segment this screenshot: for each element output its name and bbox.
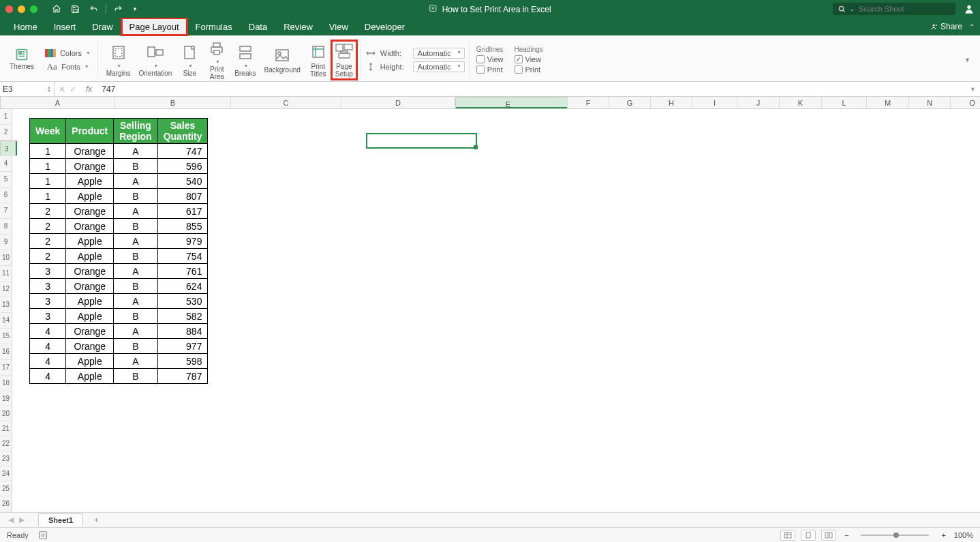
search-box[interactable]: ⌄ [833,3,955,15]
fx-button[interactable]: fx [80,85,97,94]
page-break-view-button[interactable] [821,530,836,541]
save-icon[interactable] [71,5,80,14]
redo-icon[interactable] [114,5,123,14]
row-header-3[interactable]: 3 [0,140,17,156]
row-header-5[interactable]: 5 [0,172,12,187]
qat-dropdown-icon[interactable]: ▼ [132,6,138,12]
row-header-11[interactable]: 11 [0,266,12,282]
table-cell[interactable]: 761 [157,264,208,279]
table-cell[interactable]: 596 [157,159,208,174]
table-row[interactable]: 3AppleB582 [30,309,208,324]
table-cell[interactable]: Orange [66,339,114,354]
table-cell[interactable]: 977 [157,339,208,354]
table-cell[interactable]: 747 [157,144,208,159]
table-cell[interactable]: 884 [157,324,208,339]
table-row[interactable]: 2AppleB754 [30,249,208,264]
margins-button[interactable]: ▼ Margins [102,42,135,78]
table-cell[interactable]: A [114,204,157,219]
width-select[interactable]: Automatic ▼ [413,48,465,59]
table-row[interactable]: 3OrangeB624 [30,279,208,294]
table-cell[interactable]: Apple [66,234,114,249]
table-cell[interactable]: Orange [66,159,114,174]
row-header-8[interactable]: 8 [0,219,12,235]
table-cell[interactable]: 1 [30,159,66,174]
table-cell[interactable]: 1 [30,189,66,204]
name-box[interactable]: E3 ▲▼ [0,82,55,96]
column-header-B[interactable]: B [115,97,231,108]
row-header-10[interactable]: 10 [0,250,12,266]
tab-draw[interactable]: Draw [84,18,121,35]
avatar-icon[interactable] [964,3,975,14]
formula-input[interactable] [102,85,962,94]
sheet-nav-next-icon[interactable]: ▶ [16,515,27,524]
column-header-F[interactable]: F [568,97,609,108]
table-cell[interactable]: Apple [66,354,114,369]
minimize-window-button[interactable] [18,5,25,13]
table-cell[interactable]: Orange [66,324,114,339]
row-header-9[interactable]: 9 [0,235,12,250]
breaks-button[interactable]: ▼ Breaks [230,42,260,78]
row-header-20[interactable]: 20 [0,406,12,421]
themes-button[interactable]: Themes [7,48,37,72]
table-cell[interactable]: B [114,279,157,294]
column-header-D[interactable]: D [341,97,455,108]
row-header-13[interactable]: 13 [0,297,12,313]
row-header-12[interactable]: 12 [0,282,12,297]
column-header-K[interactable]: K [780,97,822,108]
add-sheet-button[interactable]: ＋ [89,515,104,525]
table-cell[interactable]: 1 [30,144,66,159]
row-header-18[interactable]: 18 [0,376,12,391]
table-cell[interactable]: 598 [157,354,208,369]
table-cell[interactable]: 3 [30,264,66,279]
row-header-23[interactable]: 23 [0,451,12,466]
table-cell[interactable]: 4 [30,324,66,339]
tab-home[interactable]: Home [5,18,46,35]
orientation-button[interactable]: ▼ Orientation [134,42,176,78]
row-header-25[interactable]: 25 [0,481,12,496]
table-cell[interactable]: Apple [66,249,114,264]
expand-formula-bar-icon[interactable]: ▼ [966,86,980,93]
zoom-out-button[interactable]: − [842,531,851,539]
table-cell[interactable]: A [114,144,157,159]
sheet-nav-prev-icon[interactable]: ◀ [5,515,16,524]
table-cell[interactable]: Orange [66,219,114,234]
table-cell[interactable]: 4 [30,354,66,369]
tab-developer[interactable]: Developer [356,18,413,35]
row-header-17[interactable]: 17 [0,360,12,376]
table-row[interactable]: 1OrangeB596 [30,159,208,174]
table-cell[interactable]: 787 [157,369,208,384]
row-header-16[interactable]: 16 [0,344,12,360]
zoom-in-button[interactable]: + [938,531,948,539]
column-header-A[interactable]: A [1,97,115,108]
table-cell[interactable]: 979 [157,234,208,249]
column-header-E[interactable]: E [455,97,568,108]
headings-print-checkbox[interactable]: Print [515,65,543,74]
tab-view[interactable]: View [321,18,356,35]
table-cell[interactable]: 1 [30,174,66,189]
table-cell[interactable]: A [114,354,157,369]
table-cell[interactable]: A [114,294,157,309]
table-cell[interactable]: 624 [157,279,208,294]
table-cell[interactable]: B [114,219,157,234]
table-cell[interactable]: 617 [157,204,208,219]
page-setup-button[interactable]: Page Setup [332,41,356,79]
print-area-button[interactable]: ▼ Print Area [203,37,230,82]
table-cell[interactable]: 3 [30,279,66,294]
table-cell[interactable]: 807 [157,189,208,204]
spreadsheet-grid[interactable]: ABCDEFGHIJKLMNOP 12345678910111213141516… [0,97,980,512]
page-layout-view-button[interactable] [801,530,816,541]
table-cell[interactable]: B [114,339,157,354]
table-row[interactable]: 4OrangeA884 [30,324,208,339]
row-header-7[interactable]: 7 [0,203,12,219]
row-header-6[interactable]: 6 [0,187,12,203]
gridlines-print-checkbox[interactable]: Print [476,65,504,74]
collapse-ribbon-icon[interactable]: ⌃ [969,23,975,31]
ribbon-expand-icon[interactable]: ▼ [958,57,977,63]
table-cell[interactable]: 754 [157,249,208,264]
table-cell[interactable]: Orange [66,144,114,159]
table-row[interactable]: 1OrangeA747 [30,144,208,159]
sheet-tab-sheet1[interactable]: Sheet1 [38,513,83,526]
table-row[interactable]: 1AppleB807 [30,189,208,204]
column-header-C[interactable]: C [231,97,341,108]
table-row[interactable]: 2OrangeA617 [30,204,208,219]
